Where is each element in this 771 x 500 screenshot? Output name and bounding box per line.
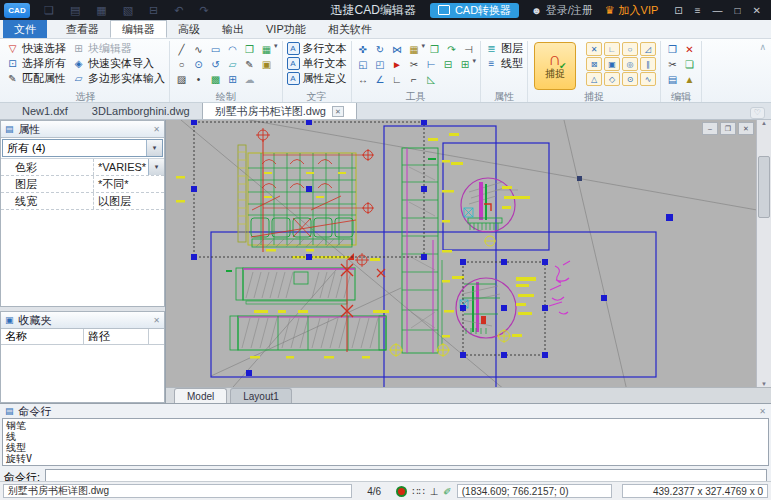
array-dropdown-icon[interactable]: ▾: [274, 42, 278, 56]
color-dropdown-icon[interactable]: ▾: [148, 159, 164, 175]
trim-icon[interactable]: ✂: [407, 57, 422, 71]
spline-icon[interactable]: ∿: [191, 42, 206, 56]
attach-icon[interactable]: ▲: [682, 72, 697, 86]
undo-icon[interactable]: ↶: [174, 4, 183, 17]
break-icon[interactable]: ⊟: [441, 57, 456, 71]
cut-icon[interactable]: ✂: [665, 57, 680, 71]
line-icon[interactable]: ╱: [174, 42, 189, 56]
maximize-button[interactable]: □: [735, 5, 741, 16]
multiline-text-button[interactable]: A 多行文本: [287, 41, 347, 56]
ortho-toggle-icon[interactable]: ⊥: [430, 486, 439, 497]
tab-layout1[interactable]: Layout1: [230, 388, 292, 403]
print-icon[interactable]: ⊟: [149, 4, 158, 17]
feedback-icon[interactable]: ⊡: [674, 5, 682, 16]
menu-icon[interactable]: ≡: [695, 5, 701, 16]
snap-midpoint-icon[interactable]: ⊠: [586, 57, 602, 71]
snap-parallel-icon[interactable]: ∥: [640, 57, 656, 71]
export-pdf-icon[interactable]: ▧: [123, 4, 133, 17]
block-editor-button[interactable]: ⊞ 块编辑器: [72, 41, 165, 56]
angle-icon[interactable]: ∠: [373, 72, 388, 86]
doc-tab-bookcase[interactable]: 别墅书房书柜详图.dwg ✕: [202, 102, 357, 119]
property-row-color[interactable]: 色彩 *VARIES* ▾: [1, 159, 164, 176]
copy-icon[interactable]: ❐: [665, 42, 680, 56]
move-icon[interactable]: ✜: [356, 42, 371, 56]
mdi-restore-icon[interactable]: ❐: [720, 122, 736, 135]
chevron-down-icon[interactable]: ▾: [146, 140, 162, 156]
snap-center-icon[interactable]: ◎: [622, 57, 638, 71]
new-file-icon[interactable]: ❏: [44, 4, 54, 17]
cloud-icon[interactable]: ☁: [242, 72, 257, 86]
scroll-up-icon[interactable]: ▲: [761, 120, 767, 126]
ellipse-icon[interactable]: ⊙: [191, 57, 206, 71]
singleline-text-button[interactable]: A 单行文本: [287, 56, 347, 71]
grip-small[interactable]: [577, 176, 582, 181]
join-dropdown-icon[interactable]: ▾: [473, 57, 477, 71]
slope-icon[interactable]: ◺: [424, 72, 439, 86]
snap-tangent-icon[interactable]: ⊙: [622, 72, 638, 86]
revision-icon[interactable]: ↺: [208, 57, 223, 71]
table-icon[interactable]: ⊞: [225, 72, 240, 86]
arc-icon[interactable]: ◠: [225, 42, 240, 56]
mdi-close-icon[interactable]: ✕: [738, 122, 754, 135]
doc-tab-lamborghini[interactable]: 3DLamborghini.dwg: [80, 103, 202, 119]
extend-icon[interactable]: ⊢: [424, 57, 439, 71]
linetype-button[interactable]: ≡ 线型: [485, 56, 523, 71]
copy-object-icon[interactable]: ❐: [427, 42, 442, 56]
snap-quadrant-icon[interactable]: ◇: [604, 72, 620, 86]
snap-node-icon[interactable]: ○: [622, 42, 638, 56]
align-icon[interactable]: ⊣: [461, 42, 476, 56]
entity-import-button[interactable]: ◈ 快速实体导入: [72, 56, 165, 71]
snap-extension-icon[interactable]: ∿: [640, 72, 656, 86]
mdi-minimize-icon[interactable]: –: [702, 122, 718, 135]
snap-apparent-icon[interactable]: △: [586, 72, 602, 86]
snap-toggle-button[interactable]: ∩ ✔ 捕捉: [534, 42, 576, 90]
mirror-icon[interactable]: ⋈: [390, 42, 405, 56]
doc-tab-new1[interactable]: New1.dxf: [10, 103, 80, 119]
grid-toggle-icon[interactable]: ∷∷: [412, 486, 425, 497]
polygon-input-button[interactable]: ▱ 多边形实体输入: [72, 71, 165, 86]
redo-icon[interactable]: ↷: [200, 4, 209, 17]
snap-nearest-icon[interactable]: ◿: [640, 42, 656, 56]
properties-filter-dropdown[interactable]: 所有 (4) ▾: [2, 139, 163, 157]
quick-select-button[interactable]: ▽ 快速选择: [6, 41, 66, 56]
save-file-icon[interactable]: ▦: [96, 4, 106, 17]
join-icon[interactable]: ⊞: [458, 57, 473, 71]
cad-converter-button[interactable]: CAD转换器: [430, 3, 519, 18]
attribute-define-button[interactable]: A 属性定义: [287, 71, 347, 86]
minimize-button[interactable]: —: [713, 5, 723, 16]
close-button[interactable]: ✕: [753, 5, 761, 16]
snap-endpoint-icon[interactable]: ✕: [586, 42, 602, 56]
drawing-canvas[interactable]: – ❐ ✕ ▲ ▼ Model Layout1: [166, 120, 771, 403]
menu-tab-vip[interactable]: VIP功能: [255, 20, 317, 38]
menu-tab-viewer[interactable]: 查看器: [55, 20, 110, 38]
circle-icon[interactable]: ○: [174, 57, 189, 71]
array-icon[interactable]: ▦: [259, 42, 274, 56]
image-icon[interactable]: ▣: [259, 57, 274, 71]
clipboard-icon[interactable]: ▤: [665, 72, 680, 86]
match-properties-button[interactable]: ✎ 匹配属性: [6, 71, 66, 86]
paste-icon[interactable]: ❏: [682, 57, 697, 71]
menu-tab-output[interactable]: 输出: [211, 20, 255, 38]
layer-button[interactable]: ≣ 图层: [485, 41, 523, 56]
command-history[interactable]: 钢笔 线 线型 旋转V: [2, 418, 769, 466]
pen-icon[interactable]: ✎: [242, 57, 257, 71]
osnap-marker-icon[interactable]: [396, 486, 407, 497]
polyline-icon[interactable]: ▱: [225, 57, 240, 71]
snap-insertion-icon[interactable]: ▣: [604, 57, 620, 71]
property-row-lineweight[interactable]: 线宽 以图层: [1, 193, 164, 210]
login-button[interactable]: ☻ 登录/注册: [531, 3, 593, 18]
rotate-ref-icon[interactable]: ↷: [444, 42, 459, 56]
properties-close-icon[interactable]: ✕: [153, 125, 160, 134]
vertical-scrollbar[interactable]: ▲ ▼: [756, 120, 771, 387]
hatch-icon[interactable]: ▨: [174, 72, 189, 86]
ribbon-collapse-icon[interactable]: ∧: [759, 42, 766, 52]
tab-model[interactable]: Model: [174, 388, 227, 403]
fillet-icon[interactable]: ⌐: [407, 72, 422, 86]
menu-tab-file[interactable]: 文件: [3, 20, 47, 38]
dimension-icon[interactable]: ↔: [356, 72, 371, 86]
menu-tab-advanced[interactable]: 高级: [167, 20, 211, 38]
delete-icon[interactable]: ✕: [682, 42, 697, 56]
point-icon[interactable]: •: [191, 72, 206, 86]
select-all-button[interactable]: ⊡ 选择所有: [6, 56, 66, 71]
chamfer-icon[interactable]: ∟: [390, 72, 405, 86]
